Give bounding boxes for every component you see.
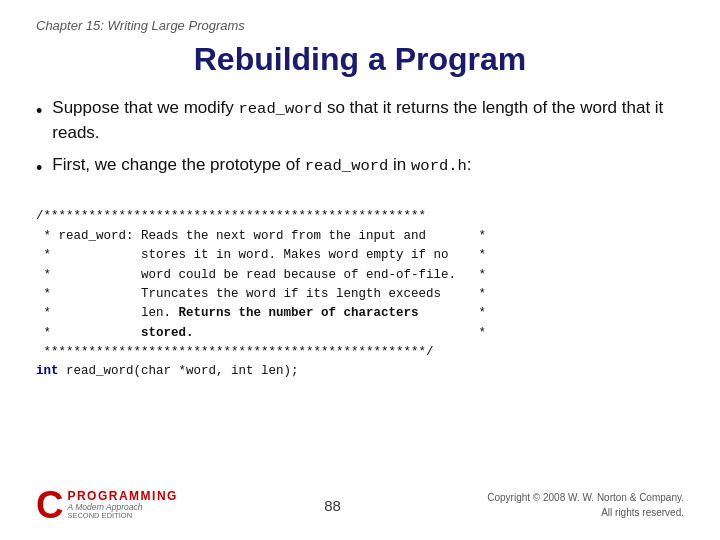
copyright-line1: Copyright © 2008 W. W. Norton & Company.	[487, 492, 684, 503]
code-block: /***************************************…	[36, 207, 684, 381]
bullet-item-2: • First, we change the prototype of read…	[36, 153, 684, 181]
code-read-word-2: read_word	[305, 157, 389, 175]
logo-c-letter: C	[36, 486, 63, 524]
bullet-item-1: • Suppose that we modify read_word so th…	[36, 96, 684, 145]
code-read-word-1: read_word	[238, 100, 322, 118]
bullet-section: • Suppose that we modify read_word so th…	[36, 96, 684, 189]
slide-title: Rebuilding a Program	[36, 41, 684, 78]
footer-logo: C PROGRAMMING A Modern Approach SECOND E…	[36, 486, 178, 524]
bullet-dot-2: •	[36, 155, 42, 181]
logo-programming: PROGRAMMING	[67, 490, 178, 503]
bullet-dot-1: •	[36, 98, 42, 124]
chapter-header: Chapter 15: Writing Large Programs	[36, 18, 684, 33]
copyright-line2: All rights reserved.	[601, 507, 684, 518]
footer: C PROGRAMMING A Modern Approach SECOND E…	[36, 480, 684, 524]
bullet-text-2: First, we change the prototype of read_w…	[52, 153, 684, 178]
code-bold-stored: stored.	[141, 326, 194, 340]
bullet-text-1: Suppose that we modify read_word so that…	[52, 96, 684, 145]
slide: Chapter 15: Writing Large Programs Rebui…	[0, 0, 720, 540]
code-bold-returns: Returns the number of characters	[179, 306, 419, 320]
code-word-h: word.h	[411, 157, 467, 175]
logo-edition: SECOND EDITION	[67, 512, 178, 520]
page-number: 88	[324, 497, 341, 514]
logo-right: PROGRAMMING A Modern Approach SECOND EDI…	[67, 490, 178, 521]
code-int-keyword: int	[36, 364, 59, 378]
footer-copyright: Copyright © 2008 W. W. Norton & Company.…	[487, 490, 684, 520]
